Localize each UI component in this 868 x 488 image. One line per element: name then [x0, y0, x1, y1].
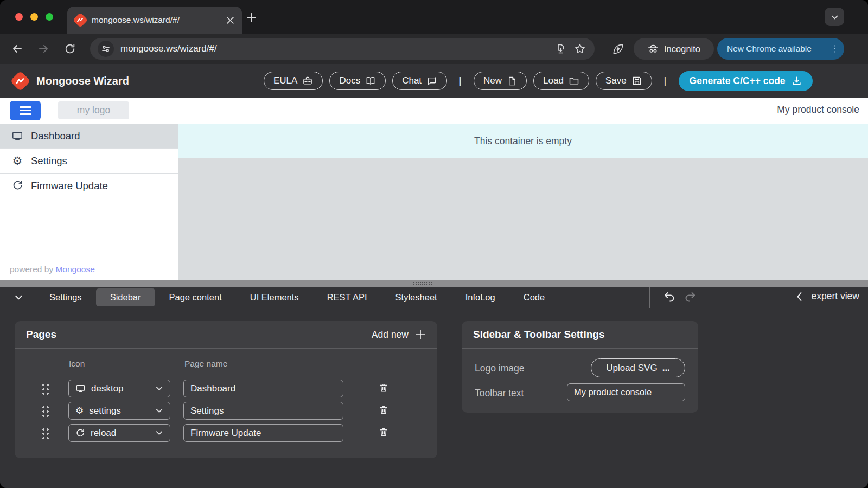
- page-name-input[interactable]: [183, 380, 343, 397]
- mongoose-logo: [10, 70, 30, 91]
- hamburger-menu-button[interactable]: [10, 101, 41, 120]
- icon-select-settings[interactable]: ⚙ settings: [68, 402, 170, 420]
- sidebar-item-settings[interactable]: ⚙ Settings: [0, 149, 178, 174]
- delete-page-button[interactable]: [378, 427, 389, 438]
- toolbar-text-input[interactable]: [567, 383, 685, 401]
- ellipsis: ...: [662, 363, 670, 374]
- settings-card-title: Sidebar & Toolbar Settings: [473, 329, 604, 341]
- eula-button[interactable]: EULA: [264, 72, 323, 90]
- page-row-dashboard: desktop: [15, 380, 437, 397]
- page-row-firmware-update: reload: [15, 424, 437, 442]
- plus-icon: [415, 329, 426, 340]
- editor-tab-bar: Settings Sidebar Page content UI Element…: [0, 287, 868, 308]
- new-tab-button[interactable]: [247, 13, 256, 22]
- docs-button[interactable]: Docs: [329, 72, 386, 90]
- drag-handle[interactable]: [41, 405, 49, 417]
- logo-image-label: Logo image: [475, 363, 524, 374]
- drag-handle[interactable]: [41, 427, 49, 439]
- update-label: New Chrome available: [727, 44, 825, 54]
- browser-tab[interactable]: mongoose.ws/wizard/#/: [67, 7, 242, 34]
- reload-button[interactable]: [63, 42, 77, 56]
- column-header-icon: Icon: [69, 359, 85, 369]
- page-name-input[interactable]: [183, 424, 343, 442]
- sidebar-item-dashboard[interactable]: Dashboard: [0, 124, 178, 149]
- chat-bubble-icon: [426, 75, 437, 86]
- powered-by: powered by Mongoose: [10, 265, 95, 274]
- tab-page-content[interactable]: Page content: [155, 288, 236, 306]
- tab-rest-api[interactable]: REST API: [313, 288, 381, 306]
- monitor-icon: [75, 383, 86, 394]
- gear-icon: ⚙: [11, 155, 23, 166]
- chevron-down-icon: [155, 407, 163, 415]
- kebab-menu-icon: [830, 44, 839, 53]
- download-icon: [792, 76, 802, 86]
- trash-icon: [378, 427, 389, 438]
- icon-select-reload[interactable]: reload: [68, 424, 170, 442]
- panel-resize-splitter[interactable]: [0, 280, 868, 287]
- tab-strip: mongoose.ws/wizard/#/: [0, 0, 868, 34]
- upload-svg-button[interactable]: Upload SVG ...: [591, 358, 685, 377]
- tab-search-chevron-button[interactable]: [825, 8, 844, 26]
- load-button[interactable]: Load: [533, 72, 589, 90]
- install-page-icon[interactable]: [553, 42, 567, 56]
- generate-code-button[interactable]: Generate C/C++ code: [679, 71, 813, 91]
- refresh-icon: [11, 180, 23, 191]
- zoom-window-button[interactable]: [46, 13, 53, 21]
- monitor-icon: [11, 130, 23, 142]
- tab-stylesheet[interactable]: Stylesheet: [381, 288, 451, 306]
- back-button[interactable]: [10, 42, 24, 56]
- tab-sidebar[interactable]: Sidebar: [96, 288, 155, 306]
- new-chrome-available-button[interactable]: New Chrome available: [717, 38, 844, 60]
- tab-infolog[interactable]: InfoLog: [451, 288, 509, 306]
- app-title: Mongoose Wizard: [36, 75, 129, 87]
- toolbar-text-label: Toolbar text: [475, 388, 524, 399]
- trash-icon: [378, 382, 389, 393]
- drag-handle[interactable]: [41, 383, 49, 395]
- tab-ui-elements[interactable]: UI Elements: [236, 288, 313, 306]
- floppy-disk-icon: [631, 75, 642, 86]
- close-window-button[interactable]: [15, 13, 23, 21]
- site-settings-icon[interactable]: [98, 41, 114, 57]
- collapse-panel-chevron-icon[interactable]: [14, 293, 23, 302]
- app-header: Mongoose Wizard EULA Docs Chat | New Loa…: [0, 64, 868, 98]
- preview-topbar: my logo My product console: [0, 98, 868, 124]
- url-text[interactable]: mongoose.ws/wizard/#/: [120, 43, 553, 54]
- expert-view-toggle[interactable]: expert view: [795, 291, 859, 302]
- header-separator: |: [664, 75, 667, 87]
- file-icon: [507, 76, 517, 86]
- chevron-down-icon: [155, 429, 163, 437]
- delete-page-button[interactable]: [378, 382, 389, 393]
- add-new-page-button[interactable]: Add new: [372, 329, 426, 341]
- incognito-label: Incognito: [664, 44, 700, 54]
- address-bar[interactable]: mongoose.ws/wizard/#/: [90, 38, 595, 60]
- tab-settings[interactable]: Settings: [35, 288, 96, 306]
- folder-icon: [569, 75, 579, 86]
- incognito-badge: Incognito: [634, 38, 714, 60]
- performance-leaf-icon[interactable]: [611, 42, 625, 56]
- forward-button[interactable]: [36, 42, 50, 56]
- trash-icon: [378, 404, 389, 415]
- delete-page-button[interactable]: [378, 404, 389, 415]
- tab-code[interactable]: Code: [509, 288, 559, 306]
- browser-toolbar: mongoose.ws/wizard/#/ Incognito New Chro…: [0, 34, 868, 64]
- briefcase-icon: [302, 75, 313, 86]
- preview-toolbar-text: My product console: [777, 104, 859, 115]
- mongoose-favicon: [73, 12, 88, 28]
- tab-close-icon[interactable]: [226, 16, 234, 24]
- logo-placeholder[interactable]: my logo: [58, 101, 129, 119]
- redo-button[interactable]: [684, 290, 697, 303]
- preview-sidebar: Dashboard ⚙ Settings Firmware Update pow…: [0, 124, 178, 280]
- chat-button[interactable]: Chat: [392, 72, 447, 90]
- sidebar-item-firmware-update[interactable]: Firmware Update: [0, 174, 178, 198]
- minimize-window-button[interactable]: [30, 13, 38, 21]
- sidebar-toolbar-settings-card: Sidebar & Toolbar Settings Logo image Up…: [462, 321, 698, 413]
- undo-button[interactable]: [663, 290, 676, 303]
- bookmark-star-icon[interactable]: [573, 42, 587, 56]
- new-project-button[interactable]: New: [474, 72, 527, 90]
- mongoose-link[interactable]: Mongoose: [55, 265, 94, 274]
- pages-card-title: Pages: [26, 329, 56, 341]
- page-name-input[interactable]: [183, 402, 343, 420]
- icon-select-desktop[interactable]: desktop: [68, 380, 170, 397]
- tabbar-divider: [649, 287, 650, 308]
- save-button[interactable]: Save: [596, 72, 652, 90]
